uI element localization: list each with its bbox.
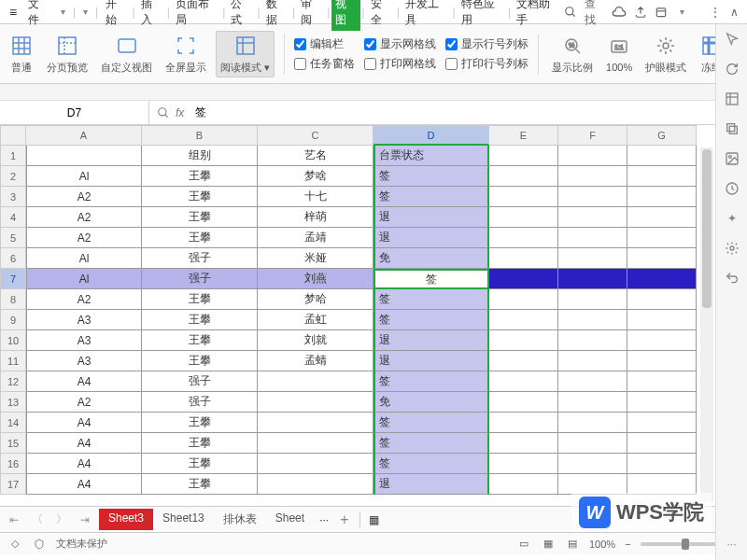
cell-F1[interactable]: [558, 146, 627, 166]
cell-F5[interactable]: [558, 228, 627, 248]
cell-A15[interactable]: A4: [26, 433, 142, 454]
cell-C17[interactable]: [258, 474, 374, 495]
cell-D8[interactable]: 签: [374, 289, 489, 310]
ribbon-btn-护眼模式[interactable]: 护眼模式: [641, 32, 690, 77]
cell-G5[interactable]: [627, 228, 697, 248]
formula-input[interactable]: [191, 106, 747, 119]
cell-E6[interactable]: [489, 248, 558, 269]
cell-A14[interactable]: A4: [26, 413, 142, 433]
cell-A2[interactable]: Al: [26, 166, 142, 187]
row-header[interactable]: 16: [0, 454, 26, 474]
sheet-tab-Sheet13[interactable]: Sheet13: [153, 509, 214, 530]
sparkle-icon[interactable]: ✦: [725, 211, 740, 226]
collapse-icon[interactable]: ∧: [728, 5, 741, 20]
cell-G4[interactable]: [627, 207, 697, 228]
cell-B1[interactable]: 组别: [142, 146, 258, 166]
row-header[interactable]: 6: [0, 248, 26, 269]
cell-C7[interactable]: 刘燕: [258, 269, 374, 289]
ribbon-btn-显示比例[interactable]: %显示比例: [548, 32, 597, 77]
cell-G11[interactable]: [627, 351, 697, 371]
cell-C14[interactable]: [258, 413, 374, 433]
row-header[interactable]: 1: [0, 146, 26, 166]
search-icon[interactable]: [563, 5, 576, 20]
row-header[interactable]: 2: [0, 166, 26, 187]
cell-D14[interactable]: 签: [374, 413, 489, 433]
row-header[interactable]: 7: [0, 269, 26, 289]
row-header[interactable]: 3: [0, 187, 26, 207]
cell-G1[interactable]: [627, 146, 697, 166]
cell-B8[interactable]: 王攀: [142, 289, 258, 310]
row-header[interactable]: 11: [0, 351, 26, 371]
menu-tab-安全[interactable]: 安全: [367, 0, 395, 31]
menu-icon[interactable]: ≡: [6, 5, 21, 20]
cell-A8[interactable]: A2: [26, 289, 142, 310]
cell-B10[interactable]: 王攀: [142, 330, 258, 351]
menu-tab-插入[interactable]: 插入: [137, 0, 165, 31]
view-page-icon[interactable]: ▦: [541, 537, 556, 552]
cell-B17[interactable]: 王攀: [142, 474, 258, 495]
cell-C3[interactable]: 十七: [258, 187, 374, 207]
cell-C12[interactable]: [258, 371, 374, 392]
cell-F6[interactable]: [558, 248, 627, 269]
cell-F8[interactable]: [558, 289, 627, 310]
menu-tab-数据[interactable]: 数据: [262, 0, 290, 31]
cell-D7[interactable]: 签: [374, 269, 489, 289]
cell-F10[interactable]: [558, 330, 627, 351]
cell-G6[interactable]: [627, 248, 697, 269]
file-menu[interactable]: 文件: [22, 0, 55, 30]
cell-C5[interactable]: 孟靖: [258, 228, 374, 248]
more-sheets[interactable]: ···: [319, 513, 329, 526]
more-icon[interactable]: ⋮: [710, 6, 721, 19]
table-icon[interactable]: [725, 91, 740, 106]
cell-A11[interactable]: A3: [26, 351, 142, 371]
cell-B3[interactable]: 王攀: [142, 187, 258, 207]
cell-B7[interactable]: 强子: [142, 269, 258, 289]
cell-D11[interactable]: 退: [374, 351, 489, 371]
ribbon-btn-普通[interactable]: 普通: [6, 31, 37, 77]
cell-E13[interactable]: [489, 392, 558, 413]
cell-F3[interactable]: [558, 187, 627, 207]
cell-D10[interactable]: 退: [374, 330, 489, 351]
cell-E10[interactable]: [489, 330, 558, 351]
cell-B15[interactable]: 王攀: [142, 433, 258, 454]
cell-F16[interactable]: [558, 454, 627, 474]
ribbon-btn-100%[interactable]: 1:1100%: [602, 32, 636, 77]
checkbox-编辑栏[interactable]: 编辑栏: [294, 36, 355, 52]
checkbox-打印网格线[interactable]: 打印网格线: [364, 56, 436, 72]
cell-A17[interactable]: A4: [26, 474, 142, 495]
zoom-slider[interactable]: [641, 542, 725, 546]
cell-C9[interactable]: 孟虹: [258, 310, 374, 330]
cell-E3[interactable]: [489, 187, 558, 207]
cell-A13[interactable]: A2: [26, 392, 142, 413]
cell-F2[interactable]: [558, 166, 627, 187]
col-header-C[interactable]: C: [258, 125, 374, 146]
fx-icon[interactable]: fx: [176, 106, 184, 119]
tab-nav-last-icon[interactable]: ⇥: [77, 513, 93, 526]
cell-E2[interactable]: [489, 166, 558, 187]
menu-tab-开发工具[interactable]: 开发工具: [402, 0, 450, 31]
row-header[interactable]: 5: [0, 228, 26, 248]
cell-E7[interactable]: [489, 269, 558, 289]
tab-nav-first-icon[interactable]: ⇤: [6, 513, 22, 526]
cursor-icon[interactable]: [725, 32, 740, 47]
cell-A5[interactable]: A2: [26, 228, 142, 248]
cell-B4[interactable]: 王攀: [142, 207, 258, 228]
col-header-D[interactable]: D: [374, 125, 489, 146]
cell-E12[interactable]: [489, 371, 558, 392]
cell-G14[interactable]: [627, 413, 697, 433]
cell-E9[interactable]: [489, 310, 558, 330]
cell-B13[interactable]: 强子: [142, 392, 258, 413]
cell-A16[interactable]: A4: [26, 454, 142, 474]
ribbon-btn-全屏显示[interactable]: 全屏显示: [162, 31, 210, 77]
cell-B14[interactable]: 王攀: [142, 413, 258, 433]
cell-E11[interactable]: [489, 351, 558, 371]
cell-C4[interactable]: 梓萌: [258, 207, 374, 228]
cell-F9[interactable]: [558, 310, 627, 330]
col-header-G[interactable]: G: [627, 125, 697, 146]
cell-D4[interactable]: 退: [374, 207, 489, 228]
cell-D15[interactable]: 签: [374, 433, 489, 454]
cell-E1[interactable]: [489, 146, 558, 166]
cell-A3[interactable]: A2: [26, 187, 142, 207]
chevron-down-icon[interactable]: ▾: [57, 7, 69, 17]
cell-E14[interactable]: [489, 413, 558, 433]
